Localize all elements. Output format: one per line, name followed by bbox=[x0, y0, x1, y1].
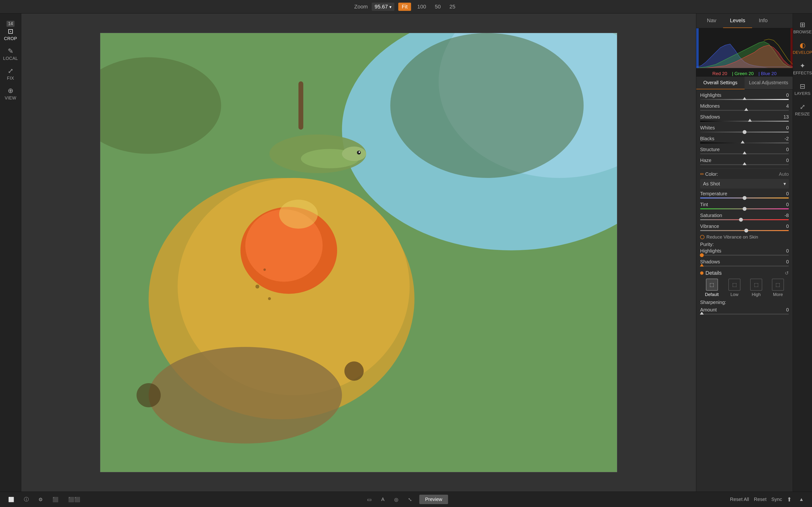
white-balance-dropdown[interactable]: As Shot ▾ bbox=[700, 179, 789, 188]
sync-button[interactable]: Sync bbox=[771, 497, 782, 502]
preview-button[interactable]: Preview bbox=[419, 495, 448, 504]
nav-tab-levels[interactable]: Levels bbox=[723, 13, 752, 28]
tool-crop[interactable]: 14 ⊡ CROP bbox=[1, 18, 20, 44]
svg-point-17 bbox=[268, 297, 271, 300]
amount-thumb[interactable] bbox=[700, 312, 704, 315]
purity-highlights-slider[interactable] bbox=[700, 255, 789, 256]
purity-shadows-thumb[interactable] bbox=[700, 264, 704, 267]
structure-thumb[interactable] bbox=[743, 151, 747, 154]
midtones-label: Midtones bbox=[700, 103, 720, 109]
tool-fix[interactable]: ⤢ FIX bbox=[1, 64, 20, 83]
tint-thumb[interactable] bbox=[743, 207, 747, 211]
zoom-value[interactable]: 95.67 ▾ bbox=[372, 3, 394, 11]
purity-shadows-slider[interactable] bbox=[700, 266, 789, 267]
reduce-vibrance-row: Reduce Vibrance on Skin bbox=[700, 234, 789, 240]
amount-value: 0 bbox=[781, 307, 789, 313]
whites-slider[interactable] bbox=[700, 131, 789, 132]
compare-single-icon[interactable]: ▭ bbox=[365, 495, 374, 504]
svg-point-13 bbox=[390, 33, 583, 178]
bottom-info-btn[interactable]: ⓘ bbox=[21, 495, 31, 504]
histogram-area: Red 20 | Green 20 | Blue 20 bbox=[696, 28, 793, 76]
adjustments-panel: Highlights 0 Midtones 4 bbox=[696, 90, 793, 492]
compare-text-icon[interactable]: A bbox=[379, 495, 387, 504]
vibrance-thumb[interactable] bbox=[744, 229, 748, 232]
temperature-slider[interactable] bbox=[700, 198, 789, 199]
browse-tool[interactable]: ⊞ BROWSE bbox=[794, 18, 812, 37]
develop-label: DEVELOP bbox=[793, 50, 812, 55]
saturation-thumb[interactable] bbox=[739, 218, 743, 222]
details-divider[interactable]: Details ↺ bbox=[700, 270, 789, 276]
layers-tool[interactable]: ⊟ LAYERS bbox=[794, 80, 812, 99]
saturation-slider[interactable] bbox=[700, 219, 789, 220]
midtones-thumb[interactable] bbox=[744, 108, 748, 111]
svg-point-20 bbox=[137, 383, 161, 407]
browse-label: BROWSE bbox=[794, 30, 812, 35]
top-toolbar: Zoom 95.67 ▾ Fit 100 50 25 bbox=[0, 0, 812, 13]
svg-rect-27 bbox=[696, 28, 699, 68]
blacks-thumb[interactable] bbox=[741, 140, 745, 144]
haze-thumb[interactable] bbox=[743, 162, 747, 165]
structure-slider[interactable] bbox=[700, 153, 789, 154]
details-reset-icon[interactable]: ↺ bbox=[785, 270, 789, 276]
bottom-top-arrow[interactable]: ▲ bbox=[797, 495, 806, 504]
purity-highlights-thumb[interactable] bbox=[700, 253, 704, 257]
view-label: VIEW bbox=[5, 96, 16, 101]
svg-point-16 bbox=[255, 285, 259, 288]
fix-icon: ⤢ bbox=[8, 67, 13, 75]
settings-tabs: Overall Settings Local Adjustments bbox=[696, 76, 793, 90]
bottom-layout-dual[interactable]: ⬛⬛ bbox=[66, 495, 83, 504]
vibrance-row: Vibrance 0 bbox=[700, 224, 789, 231]
photo-container bbox=[100, 33, 617, 472]
haze-slider[interactable] bbox=[700, 164, 789, 165]
compare-crop-icon[interactable]: ⤡ bbox=[406, 495, 414, 504]
shadows-slider[interactable] bbox=[700, 121, 789, 122]
effects-tool[interactable]: ✦ EFFECTS bbox=[794, 59, 812, 78]
midtones-slider[interactable] bbox=[700, 110, 789, 111]
local-label: LOCAL bbox=[3, 56, 18, 61]
compare-circle-icon[interactable]: ◎ bbox=[392, 495, 401, 504]
sharp-default[interactable]: ⬚ Default bbox=[705, 279, 719, 297]
whites-label: Whites bbox=[700, 125, 715, 131]
blacks-slider[interactable] bbox=[700, 143, 789, 144]
saturation-label: Saturation bbox=[700, 213, 722, 218]
amount-slider[interactable] bbox=[700, 314, 789, 315]
whites-thumb[interactable] bbox=[743, 130, 747, 134]
bottom-layout-single[interactable]: ⬛ bbox=[50, 495, 61, 504]
vibrance-slider[interactable] bbox=[700, 230, 789, 231]
nav-tab-nav[interactable]: Nav bbox=[700, 13, 723, 28]
reduce-vibrance-checkbox[interactable] bbox=[700, 235, 704, 239]
reset-all-button[interactable]: Reset All bbox=[730, 497, 749, 502]
export-button[interactable]: ⬆ bbox=[787, 496, 792, 503]
develop-tool[interactable]: ◐ DEVELOP bbox=[794, 39, 812, 57]
color-pencil-icon: ✏ bbox=[700, 171, 704, 177]
tab-local-adjustments[interactable]: Local Adjustments bbox=[745, 76, 793, 89]
temperature-thumb[interactable] bbox=[743, 196, 747, 200]
highlights-thumb[interactable] bbox=[743, 97, 747, 100]
zoom-50-button[interactable]: 50 bbox=[433, 3, 443, 11]
svg-point-9 bbox=[342, 147, 366, 161]
highlights-slider[interactable] bbox=[700, 99, 789, 100]
sharpening-label: Sharpening: bbox=[700, 300, 726, 305]
crop-number: 14 bbox=[6, 21, 14, 27]
zoom-25-button[interactable]: 25 bbox=[447, 3, 458, 11]
sharp-more[interactable]: ⬚ More bbox=[772, 279, 784, 297]
effects-label: EFFECTS bbox=[793, 71, 812, 75]
tool-view[interactable]: ⊕ VIEW bbox=[1, 84, 20, 103]
temperature-value: 0 bbox=[781, 191, 789, 196]
tab-overall-settings[interactable]: Overall Settings bbox=[696, 76, 745, 89]
zoom-100-button[interactable]: 100 bbox=[415, 3, 429, 11]
resize-tool[interactable]: ⤢ RESIZE bbox=[794, 101, 812, 119]
nav-tab-info[interactable]: Info bbox=[752, 13, 774, 28]
tint-value: 0 bbox=[781, 202, 789, 207]
shadows-thumb[interactable] bbox=[748, 119, 752, 122]
sharp-high[interactable]: ⬚ High bbox=[750, 279, 762, 297]
develop-icon: ◐ bbox=[800, 41, 806, 49]
sharp-low[interactable]: ⬚ Low bbox=[728, 279, 741, 297]
bottom-square-btn[interactable]: ⬜ bbox=[6, 495, 17, 504]
fit-button[interactable]: Fit bbox=[398, 3, 411, 11]
crop-icon: ⊡ bbox=[8, 27, 13, 35]
reset-button[interactable]: Reset bbox=[754, 497, 766, 502]
tint-slider[interactable] bbox=[700, 208, 789, 209]
tool-local[interactable]: ✎ LOCAL bbox=[1, 45, 20, 63]
bottom-settings-btn[interactable]: ⚙ bbox=[36, 495, 45, 504]
